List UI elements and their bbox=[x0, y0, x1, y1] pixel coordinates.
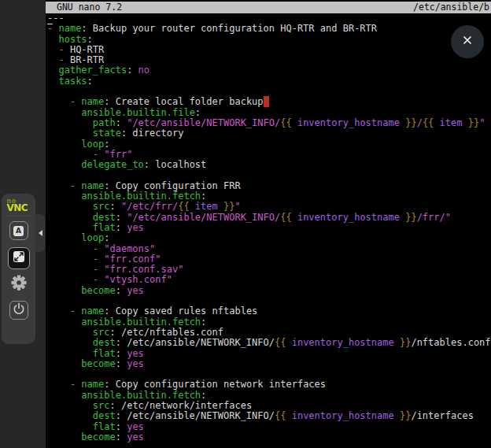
code-segment: yes bbox=[127, 431, 144, 442]
power-icon bbox=[12, 302, 26, 319]
gear-icon bbox=[10, 274, 28, 294]
code-segment: src bbox=[93, 201, 110, 212]
editor-line: become: yes bbox=[47, 432, 491, 442]
code-segment: : Copy configuration network interfaces bbox=[104, 379, 326, 390]
editor-line: --- bbox=[47, 13, 491, 24]
code-segment: / bbox=[417, 117, 423, 128]
editor-line: - BR-RTR bbox=[47, 55, 491, 65]
code-segment bbox=[47, 264, 93, 275]
code-segment: name bbox=[58, 23, 81, 34]
code-segment: : /etc/nftables.conf bbox=[109, 327, 223, 338]
code-segment: "frr.conf" bbox=[104, 254, 161, 265]
code-segment: path bbox=[93, 117, 116, 128]
code-segment: : bbox=[109, 201, 120, 212]
code-segment: {{ bbox=[423, 117, 434, 128]
editor-line: - name: Create local folder backup bbox=[47, 97, 491, 107]
editor-line: - "frr.conf.sav" bbox=[47, 265, 491, 275]
code-segment: inventory_hostname bbox=[292, 212, 406, 223]
code-segment: state bbox=[93, 128, 121, 139]
code-segment: "frr" bbox=[104, 149, 132, 160]
code-segment: dest bbox=[93, 212, 116, 223]
code-segment: : /etc/network/interfaces bbox=[109, 400, 252, 411]
editor-line: ansible.builtin.fetch: bbox=[47, 317, 491, 328]
code-segment: }} bbox=[400, 337, 411, 348]
panel-collapse-handle[interactable] bbox=[35, 214, 45, 252]
code-segment bbox=[47, 139, 81, 150]
editor-line: - name: Copy configuration network inter… bbox=[47, 380, 491, 390]
editor-line bbox=[47, 87, 491, 97]
code-segment: inventory_hostname bbox=[286, 410, 400, 421]
code-segment bbox=[47, 34, 58, 45]
code-segment: loop bbox=[81, 139, 104, 150]
editor-line: state: directory bbox=[47, 128, 491, 139]
code-segment: flat bbox=[93, 348, 116, 359]
settings-button[interactable] bbox=[9, 275, 28, 294]
code-segment: "frr.conf.sav" bbox=[104, 264, 183, 275]
code-segment: : bbox=[201, 317, 206, 328]
code-segment: /nftables.conf bbox=[411, 337, 490, 348]
panel-divider bbox=[6, 216, 32, 217]
code-segment: - bbox=[70, 180, 81, 191]
code-segment: - bbox=[93, 274, 104, 285]
editor-line: src: /etc/network/interfaces bbox=[47, 401, 491, 411]
code-segment bbox=[47, 76, 58, 87]
code-segment: : bbox=[104, 139, 109, 150]
code-segment: : bbox=[104, 232, 109, 243]
code-segment: : bbox=[116, 285, 127, 296]
code-segment: - bbox=[47, 23, 58, 34]
code-segment: : bbox=[116, 117, 127, 128]
nano-file-path: /etc/ansible/b bbox=[413, 2, 489, 13]
code-segment: "daemons" bbox=[104, 243, 155, 254]
code-segment: }} bbox=[405, 117, 416, 128]
code-segment bbox=[47, 379, 70, 390]
code-segment: : bbox=[116, 348, 127, 359]
code-segment: "/etc/ansible/NETWORK_INFO/ bbox=[127, 212, 280, 223]
code-segment: name bbox=[81, 180, 104, 191]
code-segment bbox=[47, 117, 93, 128]
editor-content[interactable]: ---- name: Backup your router configurat… bbox=[47, 13, 491, 448]
code-segment: yes bbox=[127, 358, 144, 369]
editor-line bbox=[47, 296, 491, 306]
keyboard-button[interactable]: A bbox=[9, 221, 28, 240]
editor-line: ansible.builtin.fetch: bbox=[47, 191, 491, 202]
chevron-left-icon bbox=[39, 230, 42, 236]
code-segment: - bbox=[93, 254, 104, 265]
editor-line: - "frr" bbox=[47, 150, 491, 160]
editor-line: gather_facts: no bbox=[47, 65, 491, 76]
close-button[interactable] bbox=[451, 25, 484, 58]
editor-line: flat: yes bbox=[47, 223, 491, 233]
power-button[interactable] bbox=[9, 301, 28, 320]
code-segment bbox=[47, 180, 70, 191]
code-segment: no bbox=[138, 65, 150, 76]
code-segment: - bbox=[93, 243, 104, 254]
editor-line: dest: /etc/ansible/NETWORK_INFO/{{ inven… bbox=[47, 411, 491, 421]
code-segment: ansible.builtin.fetch bbox=[81, 317, 201, 328]
code-segment: : bbox=[195, 107, 201, 118]
code-segment: }} bbox=[468, 117, 479, 128]
editor-line: delegate_to: localhost bbox=[47, 160, 491, 170]
code-segment: : bbox=[87, 34, 93, 45]
code-segment: : Copy configuration FRR bbox=[104, 180, 240, 191]
code-segment: src bbox=[93, 400, 110, 411]
editor-line: - name: Copy configuration FRR bbox=[47, 181, 491, 191]
code-segment bbox=[47, 431, 81, 442]
editor-line: dest: /etc/ansible/NETWORK_INFO/{{ inven… bbox=[47, 338, 491, 348]
code-segment: {{ bbox=[280, 212, 291, 223]
code-segment bbox=[47, 317, 81, 328]
code-segment bbox=[47, 128, 93, 139]
editor-line: ansible.builtin.fetch: bbox=[47, 391, 491, 401]
code-segment: name bbox=[81, 305, 104, 317]
code-segment: ansible.builtin.file bbox=[81, 107, 195, 118]
code-segment: : bbox=[116, 421, 127, 432]
code-segment bbox=[47, 191, 81, 202]
editor-line: loop: bbox=[47, 139, 491, 150]
code-segment: : Create local folder backup bbox=[104, 96, 263, 107]
code-segment bbox=[47, 327, 93, 338]
code-segment bbox=[47, 65, 58, 76]
code-segment bbox=[47, 243, 93, 254]
code-segment bbox=[47, 54, 58, 65]
code-segment: become bbox=[81, 431, 115, 442]
fullscreen-button[interactable] bbox=[8, 247, 30, 269]
code-segment: /frr/" bbox=[417, 212, 451, 223]
code-segment bbox=[47, 201, 93, 212]
